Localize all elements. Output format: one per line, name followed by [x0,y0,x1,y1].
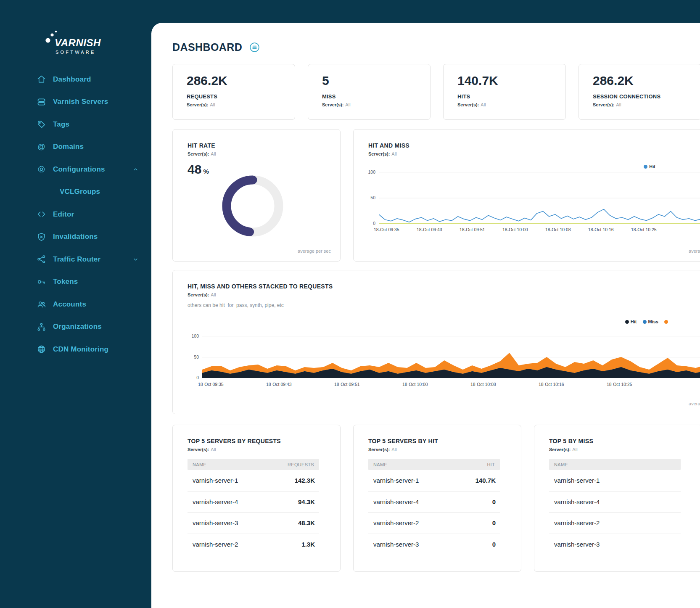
legend-item-miss[interactable]: Miss [643,319,658,324]
table-row: varnish-server-1142.3K [188,470,319,492]
legend-dot-icon [625,320,629,324]
sidebar: VARNISH SOFTWARE DashboardVarnish Server… [0,0,151,608]
card-title: HIT AND MISS [368,142,700,149]
sidebar-item-domains[interactable]: @Domains [0,136,151,159]
hit-rate-card: HIT RATE Server(s):All 48% average per s… [172,129,341,262]
server-value: All [345,102,350,107]
y-axis-labels: 100500 [182,333,199,380]
table-row: varnish-server-21.3K [188,534,319,555]
server-label: Server(s): [188,292,209,297]
sidebar-item-accounts[interactable]: Accounts [0,293,151,316]
sidebar-item-organizations[interactable]: Organizations [0,316,151,338]
svg-text:@: @ [37,143,45,151]
stat-card-miss: 5MISSServer(s):All [308,64,431,120]
gear-icon [36,164,46,174]
sidebar-item-editor[interactable]: Editor [0,203,151,226]
y-axis-labels: 100500 [359,169,375,226]
server-scope: Server(s):All [593,102,700,107]
x-axis-labels: 18-Oct 09:3518-Oct 09:4318-Oct 09:5118-O… [202,382,700,388]
x-tick-label: 18-Oct 10:08 [470,382,496,387]
server-scope: Server(s):All [188,447,319,452]
legend-label: Miss [648,319,658,324]
sidebar-item-cdn-monitoring[interactable]: CDN Monitoring [0,338,151,361]
legend-item-hit[interactable]: Hit [625,319,637,324]
y-tick-label: 100 [191,333,199,338]
card-title: HIT, MISS AND OTHERS STACKED TO REQUESTS [188,283,700,290]
sidebar-item-label: Varnish Servers [53,98,108,106]
card-title: TOP 5 SERVERS BY REQUESTS [188,438,319,444]
server-value: All [210,102,215,107]
server-metric-value: 140.7K [475,477,496,484]
x-tick-label: 18-Oct 10:16 [588,227,614,232]
sidebar-item-configurations[interactable]: Configurations [0,158,151,181]
stat-label: REQUESTS [187,93,295,100]
server-label: Server(s): [188,151,209,156]
server-name: varnish-server-2 [193,541,238,548]
main-panel: DASHBOARD 286.2KREQUESTSServer(s):All5MI… [151,23,700,608]
legend-item-hit[interactable]: Hit [644,164,655,169]
server-value: All [211,151,216,156]
x-tick-label: 18-Oct 09:43 [266,382,292,387]
sidebar-item-invalidations[interactable]: Invalidations [0,226,151,248]
server-label: Server(s): [549,447,571,452]
sidebar-nav: DashboardVarnish ServersTags@DomainsConf… [0,68,151,361]
x-tick-label: 18-Oct 10:08 [545,227,571,232]
server-name: varnish-server-3 [554,541,600,548]
stat-label: HITS [457,93,565,100]
server-scope: Server(s):All [188,151,340,156]
server-value: All [481,102,486,107]
card-title: HIT RATE [188,142,340,149]
table-header: NAMEHIT [368,459,500,470]
server-label: Server(s): [322,102,343,107]
server-value: All [616,102,621,107]
server-scope: Server(s):All [368,151,700,156]
server-name: varnish-server-1 [193,477,238,484]
top-table-card-top-5-by-miss: TOP 5 BY MISSServer(s):AllNAMEvarnish-se… [534,425,700,572]
sidebar-item-tags[interactable]: Tags [0,113,151,136]
hit-rate-gauge [218,172,287,241]
server-name: varnish-server-1 [373,477,419,484]
sidebar-item-label: Tags [53,120,69,129]
table-header: NAME [549,459,681,470]
column-header: NAME [193,462,206,467]
stats-row: 286.2KREQUESTSServer(s):All5MISSServer(s… [172,64,700,120]
x-tick-label: 18-Oct 09:35 [374,227,399,232]
top-table-card-top-5-servers-by-requests: TOP 5 SERVERS BY REQUESTSServer(s):AllNA… [172,425,341,572]
logo-name: VARNISH [55,37,151,49]
sidebar-item-varnish-servers[interactable]: Varnish Servers [0,91,151,114]
server-name: varnish-server-4 [554,498,600,505]
server-scope: Server(s):All [457,102,565,107]
servers-icon [36,97,46,107]
card-note: others can be hit_for_pass, synth, pipe,… [188,302,700,308]
sidebar-item-label: VCLGroups [60,188,100,196]
sidebar-item-label: Traffic Router [53,255,100,264]
x-tick-label: 18-Oct 10:16 [539,382,564,387]
server-metric-value: 142.3K [295,477,315,484]
legend-dot-icon [644,165,647,169]
legend-item[interactable] [664,320,668,324]
page-title: DASHBOARD [172,41,242,53]
column-header: HIT [487,462,495,467]
server-value: All [211,447,216,452]
sidebar-item-traffic-router[interactable]: Traffic Router [0,248,151,271]
top-table-card-top-5-servers-by-hit: TOP 5 SERVERS BY HITServer(s):AllNAMEHIT… [353,425,521,572]
sidebar-item-dashboard[interactable]: Dashboard [0,68,151,91]
globe-icon [36,344,46,354]
sidebar-item-vclgroups[interactable]: VCLGroups [0,181,151,204]
stat-label: MISS [322,93,430,100]
table-row: varnish-server-1 [549,470,681,492]
sidebar-item-tokens[interactable]: Tokens [0,271,151,293]
server-label: Server(s): [187,102,208,107]
server-value: All [391,151,396,156]
sidebar-item-label: Invalidations [53,233,98,241]
table-row: varnish-server-40 [368,492,500,513]
dashboard-menu-icon[interactable] [249,42,260,53]
server-label: Server(s): [368,447,390,452]
table-row: varnish-server-3 [549,534,681,555]
x-tick-label: 18-Oct 10:25 [607,382,632,387]
server-metric-value: 0 [492,498,496,505]
hit-miss-card: HIT AND MISS Server(s):All Hit 100500 18… [353,129,700,262]
hit-rate-unit: % [203,168,209,175]
table-row: varnish-server-4 [549,492,681,513]
server-name: varnish-server-3 [373,541,419,548]
